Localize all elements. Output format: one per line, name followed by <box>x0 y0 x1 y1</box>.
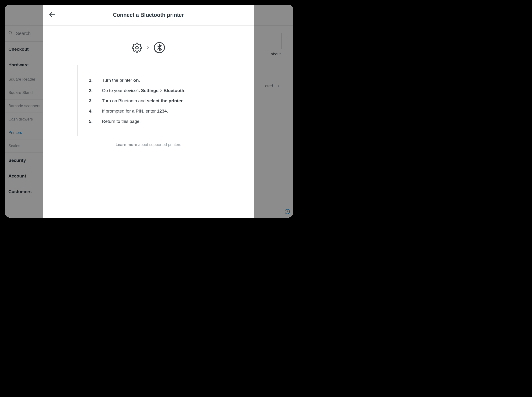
modal-title: Connect a Bluetooth printer <box>43 12 254 18</box>
back-button[interactable] <box>48 11 56 20</box>
step-1: 1. Turn the printer on. <box>89 78 208 83</box>
bluetooth-icon <box>154 42 165 54</box>
svg-point-4 <box>136 46 138 49</box>
connect-bluetooth-modal: Connect a Bluetooth printer <box>43 5 254 218</box>
steps-box: 1. Turn the printer on. 2. Go to your de… <box>78 65 219 136</box>
step-5: 5. Return to this page. <box>89 119 208 124</box>
icon-row <box>132 42 165 54</box>
learn-more-link[interactable]: Learn more about supported printers <box>115 143 181 147</box>
gear-icon <box>132 43 142 54</box>
step-4: 4. If prompted for a PIN, enter 1234. <box>89 109 208 114</box>
step-3: 3. Turn on Bluetooth and select the prin… <box>89 98 208 103</box>
modal-header: Connect a Bluetooth printer <box>43 5 254 26</box>
step-2: 2. Go to your device's Settings > Blueto… <box>89 88 208 93</box>
chevron-right-icon <box>146 46 150 50</box>
